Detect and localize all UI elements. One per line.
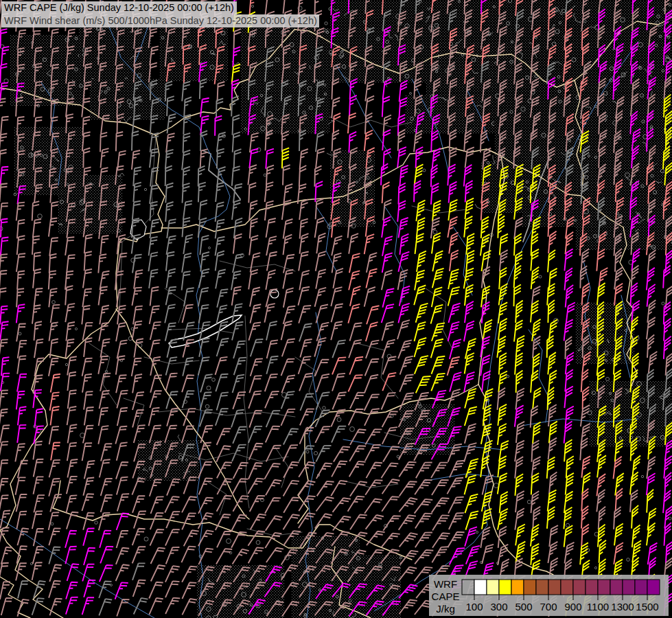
- svg-text:100: 100: [465, 601, 483, 613]
- svg-text:1300: 1300: [611, 601, 634, 613]
- svg-text:300: 300: [490, 601, 507, 613]
- svg-text:1100: 1100: [587, 601, 609, 613]
- svg-text:700: 700: [540, 601, 557, 613]
- svg-text:900: 900: [564, 601, 581, 613]
- svg-text:1500: 1500: [636, 601, 658, 613]
- svg-text:500: 500: [515, 601, 532, 613]
